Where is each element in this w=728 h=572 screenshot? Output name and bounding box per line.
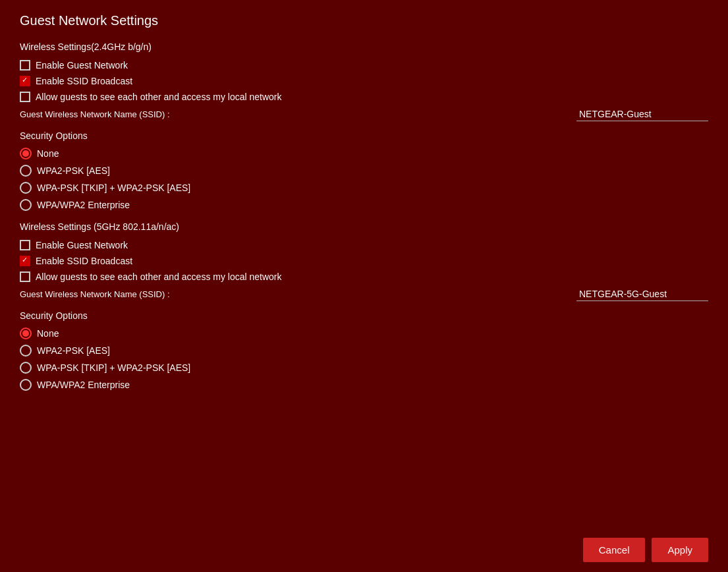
radio-wpa-enterprise-24-label[interactable]: WPA/WPA2 Enterprise — [37, 200, 130, 210]
section-5ghz-header: Wireless Settings (5GHz 802.11a/n/ac) — [20, 221, 708, 232]
radio-wpa-tkip-5-input[interactable] — [20, 362, 32, 374]
enable-ssid-broadcast-24-checkbox[interactable] — [20, 76, 30, 86]
ssid-input-5[interactable] — [576, 287, 708, 301]
radio-wpa-enterprise-24: WPA/WPA2 Enterprise — [20, 199, 708, 211]
radio-wpa-enterprise-5-label[interactable]: WPA/WPA2 Enterprise — [37, 380, 130, 390]
radio-wpa-tkip-24-label[interactable]: WPA-PSK [TKIP] + WPA2-PSK [AES] — [37, 183, 190, 193]
ssid-field-5: Guest Wireless Network Name (SSID) : — [20, 287, 708, 301]
enable-guest-network-5-label[interactable]: Enable Guest Network — [36, 240, 128, 250]
radio-wpa2-24-label[interactable]: WPA2-PSK [AES] — [37, 165, 110, 176]
checkbox-row-ssid-broadcast-24: Enable SSID Broadcast — [20, 76, 708, 86]
radio-none-5-input[interactable] — [20, 328, 32, 339]
radio-none-24-label[interactable]: None — [37, 148, 59, 159]
radio-wpa2-5: WPA2-PSK [AES] — [20, 345, 708, 357]
radio-wpa-tkip-24-input[interactable] — [20, 182, 32, 194]
checkbox-row-ssid-broadcast-5: Enable SSID Broadcast — [20, 256, 708, 266]
enable-guest-network-24-checkbox[interactable] — [20, 60, 30, 71]
enable-guest-network-24-label[interactable]: Enable Guest Network — [36, 60, 128, 71]
radio-wpa-enterprise-24-input[interactable] — [20, 199, 32, 211]
cancel-button[interactable]: Cancel — [583, 538, 646, 562]
page-container: Guest Network Settings Wireless Settings… — [0, 0, 728, 572]
checkbox-row-enable-guest-5: Enable Guest Network — [20, 240, 708, 250]
allow-guests-5-label[interactable]: Allow guests to see each other and acces… — [36, 272, 282, 282]
radio-wpa-tkip-5-label[interactable]: WPA-PSK [TKIP] + WPA2-PSK [AES] — [37, 362, 190, 373]
radio-wpa-tkip-5: WPA-PSK [TKIP] + WPA2-PSK [AES] — [20, 362, 708, 374]
radio-wpa2-5-input[interactable] — [20, 345, 32, 357]
section-24ghz: Wireless Settings(2.4GHz b/g/n) Enable G… — [20, 42, 708, 211]
radio-none-5-label[interactable]: None — [37, 328, 59, 339]
radio-wpa2-24-input[interactable] — [20, 165, 32, 177]
enable-ssid-broadcast-5-checkbox[interactable] — [20, 256, 30, 266]
radio-none-24: None — [20, 148, 708, 159]
security-header-5: Security Options — [20, 310, 708, 321]
ssid-field-24: Guest Wireless Network Name (SSID) : — [20, 107, 708, 121]
radio-wpa-enterprise-5-input[interactable] — [20, 379, 32, 391]
radio-wpa-enterprise-5: WPA/WPA2 Enterprise — [20, 379, 708, 391]
allow-guests-24-label[interactable]: Allow guests to see each other and acces… — [36, 92, 282, 102]
radio-wpa-tkip-24: WPA-PSK [TKIP] + WPA2-PSK [AES] — [20, 182, 708, 194]
enable-ssid-broadcast-5-label[interactable]: Enable SSID Broadcast — [36, 256, 132, 266]
enable-ssid-broadcast-24-label[interactable]: Enable SSID Broadcast — [36, 76, 132, 86]
allow-guests-24-checkbox[interactable] — [20, 92, 30, 102]
radio-wpa2-5-label[interactable]: WPA2-PSK [AES] — [37, 345, 110, 356]
button-row: Cancel Apply — [583, 538, 708, 562]
allow-guests-5-checkbox[interactable] — [20, 272, 30, 282]
page-title: Guest Network Settings — [20, 13, 708, 28]
ssid-label-24: Guest Wireless Network Name (SSID) : — [20, 109, 170, 119]
enable-guest-network-5-checkbox[interactable] — [20, 240, 30, 250]
ssid-input-24[interactable] — [576, 107, 708, 121]
checkbox-row-allow-guests-24: Allow guests to see each other and acces… — [20, 92, 708, 102]
radio-none-5: None — [20, 328, 708, 339]
radio-wpa2-24: WPA2-PSK [AES] — [20, 165, 708, 177]
checkbox-row-enable-guest-24: Enable Guest Network — [20, 60, 708, 71]
section-24ghz-header: Wireless Settings(2.4GHz b/g/n) — [20, 42, 708, 52]
checkbox-row-allow-guests-5: Allow guests to see each other and acces… — [20, 272, 708, 282]
radio-none-24-input[interactable] — [20, 148, 32, 159]
section-5ghz: Wireless Settings (5GHz 802.11a/n/ac) En… — [20, 221, 708, 391]
ssid-label-5: Guest Wireless Network Name (SSID) : — [20, 289, 170, 299]
apply-button[interactable]: Apply — [652, 538, 708, 562]
security-header-24: Security Options — [20, 130, 708, 141]
